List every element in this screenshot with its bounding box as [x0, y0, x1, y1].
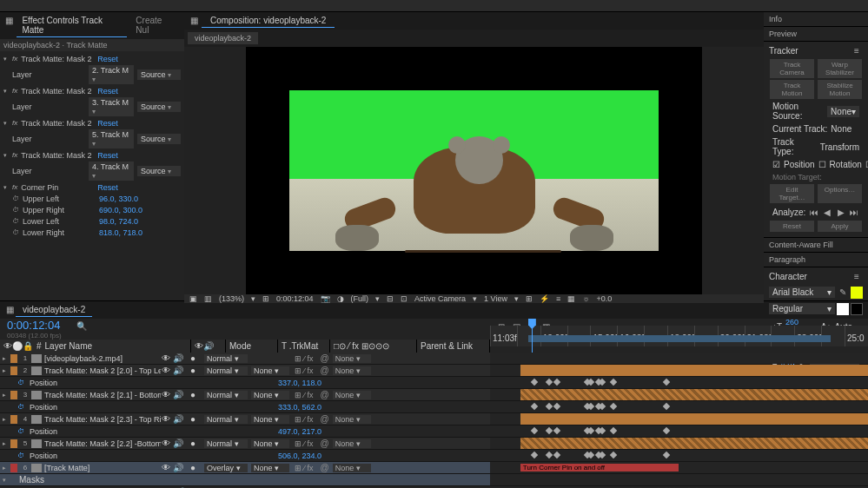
parent-pickwhip-icon[interactable]: @	[321, 463, 329, 472]
stopwatch-icon[interactable]: ⏱	[17, 452, 24, 459]
twirl-icon[interactable]: ▾	[3, 152, 7, 159]
track-motion-button[interactable]: Track Motion	[770, 80, 814, 99]
property-value[interactable]: 96.0, 330.0	[99, 195, 138, 203]
parent-pickwhip-icon[interactable]: @	[321, 390, 329, 399]
reset-link[interactable]: Reset	[97, 55, 118, 63]
keyframe-icon[interactable]	[553, 427, 560, 434]
twirl-icon[interactable]: ▸	[0, 440, 9, 447]
keyframe-icon[interactable]	[663, 403, 670, 410]
tracker-panel-header[interactable]: Tracker	[769, 46, 798, 56]
character-panel-header[interactable]: Character	[769, 272, 807, 281]
twirl-icon[interactable]: ▸	[0, 416, 9, 423]
layer-dropdown[interactable]: 5. Track M ▾	[89, 129, 134, 148]
twirl-icon[interactable]: ▾	[3, 120, 7, 127]
snapshot-icon[interactable]: 📷	[321, 294, 330, 303]
keyframe-icon[interactable]	[663, 427, 670, 434]
motion-source-dropdown[interactable]: None▾	[827, 106, 859, 117]
content-aware-fill-header[interactable]: Content-Aware Fill	[764, 238, 868, 253]
parent-dropdown[interactable]: None ▾	[333, 366, 371, 375]
exposure-icon[interactable]: ☼	[582, 294, 589, 303]
composition-tab[interactable]: Composition: videoplayback-2	[202, 14, 335, 28]
keyframe-icon[interactable]	[531, 403, 538, 410]
layer-dropdown[interactable]: 2. Track M ▾	[89, 65, 134, 84]
effect-name[interactable]: Track Matte: Mask 2 [2.0]	[21, 55, 94, 63]
layer-switches[interactable]: ⊞ ∕ fx	[295, 354, 314, 363]
lock-toggle-icon[interactable]: ●	[190, 463, 202, 472]
layer-name[interactable]: Track Matte: Mask 2 [2.1] - Bottom Left	[44, 391, 161, 399]
keyframe-icon[interactable]	[531, 452, 538, 458]
layer-switches[interactable]: ⊞ ∕ fx	[295, 391, 314, 399]
track-matte-dropdown[interactable]: None ▾	[251, 464, 289, 472]
parent-dropdown[interactable]: None ▾	[333, 354, 371, 363]
layer-color[interactable]	[10, 366, 17, 375]
keyframe-icon[interactable]	[531, 427, 538, 434]
tracker-apply-button[interactable]: Apply	[818, 221, 862, 232]
toggle-pixel-icon[interactable]: ⊞	[526, 294, 533, 303]
twirl-icon[interactable]: ▸	[0, 465, 9, 472]
keyframe-icon[interactable]	[546, 427, 553, 434]
resolution-dropdown[interactable]: (Full)	[351, 294, 369, 303]
blend-mode-dropdown[interactable]: Normal ▾	[204, 415, 248, 424]
stopwatch-icon[interactable]: ⏱	[12, 217, 19, 225]
position-value[interactable]: 497.0, 217.0	[278, 427, 321, 436]
layer-switches[interactable]: ⊞ ∕ fx	[295, 464, 314, 472]
audio-toggle-icon[interactable]: 🔊	[173, 439, 183, 449]
effect-name[interactable]: Track Matte: Mask 2 [2.3]	[21, 151, 94, 160]
layer-duration-bar[interactable]: Turn Corner Pin on and off	[520, 464, 679, 472]
effect-name[interactable]: Corner Pin	[21, 183, 94, 192]
parent-dropdown[interactable]: None ▾	[333, 415, 371, 424]
layer-switches[interactable]: ⊞ ∕ fx	[295, 415, 314, 424]
layer-name[interactable]: [Track Matte]	[44, 464, 161, 472]
reset-link[interactable]: Reset	[97, 87, 118, 96]
position-value[interactable]: 506.0, 234.0	[278, 452, 321, 460]
camera-dropdown[interactable]: Active Camera	[414, 294, 466, 303]
twirl-icon[interactable]: ▸	[0, 355, 9, 362]
panel-menu-icon[interactable]: ▦	[3, 14, 15, 26]
fast-preview-icon[interactable]: ⚡	[540, 294, 549, 303]
exposure-value[interactable]: +0.0	[596, 294, 612, 303]
layer-name[interactable]: Track Matte: Mask 2 [2.3] - Top Right	[44, 415, 161, 424]
stopwatch-icon[interactable]: ⏱	[12, 195, 19, 202]
lock-toggle-icon[interactable]: ●	[190, 366, 202, 375]
current-time[interactable]: 0:00:12:04	[276, 294, 314, 303]
grid-icon[interactable]: ⊟	[387, 294, 394, 303]
layer-color[interactable]	[10, 415, 17, 424]
keyframe-icon[interactable]	[610, 427, 617, 434]
source-dropdown[interactable]: Source ▾	[137, 69, 181, 80]
parent-dropdown[interactable]: None ▾	[333, 439, 371, 448]
source-dropdown[interactable]: Source ▾	[137, 166, 181, 176]
video-toggle-icon[interactable]: 👁	[161, 366, 171, 376]
blend-mode-dropdown[interactable]: Overlay ▾	[204, 464, 248, 472]
keyframe-icon[interactable]	[663, 379, 670, 386]
reset-link[interactable]: Reset	[97, 151, 118, 160]
layer-color[interactable]	[10, 391, 17, 399]
bg-color-swatch[interactable]	[851, 303, 863, 315]
region-of-interest-icon[interactable]: ▣	[189, 294, 197, 303]
layer-color[interactable]	[10, 354, 17, 363]
zoom-caret-icon[interactable]: ▾	[251, 294, 255, 303]
layer-dropdown[interactable]: 3. Track M ▾	[89, 97, 134, 116]
property-value[interactable]: 818.0, 718.0	[99, 228, 142, 237]
keyframe-icon[interactable]	[546, 452, 553, 458]
lock-toggle-icon[interactable]: ●	[190, 353, 202, 363]
timeline-search-icon[interactable]: 🔍	[76, 321, 87, 331]
stabilize-motion-button[interactable]: Stabilize Motion	[818, 80, 862, 99]
video-toggle-icon[interactable]: 👁	[161, 439, 171, 449]
position-value[interactable]: 333.0, 562.0	[278, 403, 321, 412]
lock-toggle-icon[interactable]: ●	[190, 439, 202, 448]
track-matte-dropdown[interactable]: None ▾	[251, 415, 289, 424]
rotation-checkbox[interactable]: ☐	[818, 160, 826, 169]
blend-mode-dropdown[interactable]: Normal ▾	[204, 439, 248, 448]
font-family-dropdown[interactable]: Arial Black▾	[769, 287, 835, 298]
property-value[interactable]: 690.0, 300.0	[99, 206, 142, 214]
blend-mode-dropdown[interactable]: Normal ▾	[204, 354, 248, 363]
keyframe-icon[interactable]	[531, 379, 538, 386]
layer-switches[interactable]: ⊞ ∕ fx	[295, 439, 314, 448]
keyframe-icon[interactable]	[610, 452, 617, 458]
effect-name[interactable]: Track Matte: Mask 2 [2.2]	[21, 119, 94, 128]
info-panel-header[interactable]: Info	[764, 12, 868, 27]
panel-menu-icon[interactable]: ≡	[851, 270, 863, 282]
lock-toggle-icon[interactable]: ●	[190, 414, 202, 424]
parent-pickwhip-icon[interactable]: @	[321, 439, 329, 448]
time-tick[interactable]: 25:0	[845, 326, 868, 346]
